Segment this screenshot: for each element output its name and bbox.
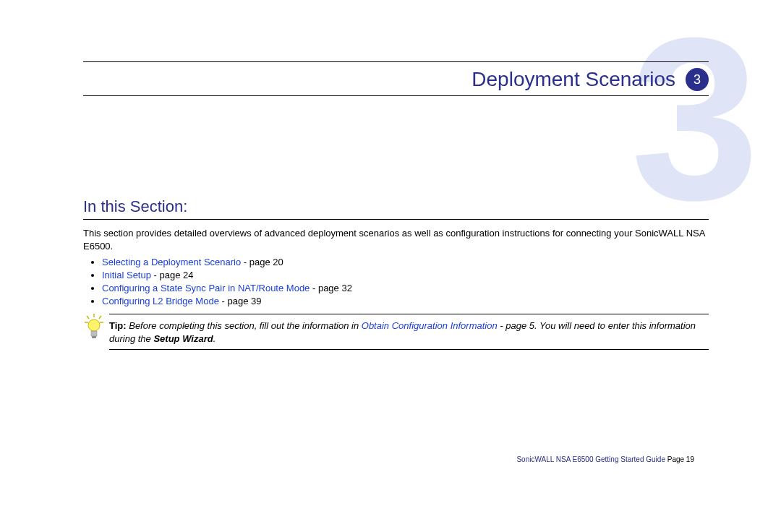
svg-line-2	[99, 316, 101, 319]
section-link-list: Selecting a Deployment Scenario - page 2…	[83, 257, 709, 306]
list-item: Configuring a State Sync Pair in NAT/Rou…	[102, 283, 709, 293]
rule-top	[83, 61, 709, 62]
content-area: Deployment Scenarios 3 In this Section: …	[83, 61, 709, 350]
chapter-badge: 3	[686, 68, 709, 91]
svg-rect-6	[91, 331, 97, 336]
footer-page-number: Page 19	[665, 455, 694, 463]
svg-line-1	[87, 316, 89, 319]
rule-under-section	[83, 219, 709, 220]
link-state-sync[interactable]: Configuring a State Sync Pair in NAT/Rou…	[102, 283, 310, 293]
link-initial-setup[interactable]: Initial Setup	[102, 270, 151, 280]
footer-guide-title: SonicWALL NSA E6500 Getting Started Guid…	[516, 455, 665, 463]
page-ref: - page 20	[241, 257, 283, 267]
svg-rect-7	[92, 336, 96, 338]
section-header: In this Section:	[83, 197, 709, 216]
page-ref: - page 24	[151, 270, 194, 280]
link-l2-bridge[interactable]: Configuring L2 Bridge Mode	[102, 296, 219, 306]
lightbulb-icon	[83, 314, 105, 341]
tip-label: Tip:	[109, 320, 127, 331]
tip-wizard: Setup Wizard	[153, 333, 213, 344]
chapter-badge-number: 3	[693, 72, 701, 87]
rule-under-title	[83, 95, 709, 96]
document-page: 3 Deployment Scenarios 3 In this Section…	[0, 0, 781, 532]
section-intro: This section provides detailed overviews…	[83, 227, 709, 252]
svg-point-5	[88, 319, 100, 331]
link-obtain-config[interactable]: Obtain Configuration Information	[362, 320, 498, 331]
list-item: Selecting a Deployment Scenario - page 2…	[102, 257, 709, 267]
chapter-title-row: Deployment Scenarios 3	[83, 68, 709, 91]
chapter-title: Deployment Scenarios	[471, 68, 675, 91]
list-item: Configuring L2 Bridge Mode - page 39	[102, 296, 709, 306]
page-footer: SonicWALL NSA E6500 Getting Started Guid…	[516, 455, 694, 463]
page-ref: - page 32	[310, 283, 352, 293]
tip-text-after: .	[213, 333, 216, 344]
tip-text-before: Before completing this section, fill out…	[129, 320, 362, 331]
tip-block: Tip: Before completing this section, fil…	[83, 314, 709, 350]
tip-body: Tip: Before completing this section, fil…	[109, 314, 709, 350]
list-item: Initial Setup - page 24	[102, 270, 709, 280]
page-ref: - page 39	[219, 296, 262, 306]
link-selecting-deployment[interactable]: Selecting a Deployment Scenario	[102, 257, 241, 267]
